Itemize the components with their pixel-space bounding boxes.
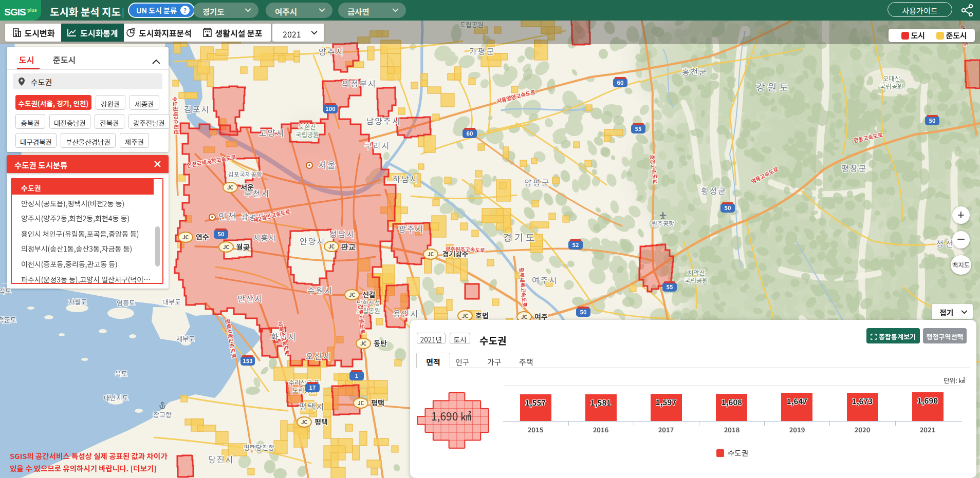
svg-text:JC: JC	[462, 312, 469, 319]
svg-text:국립공원: 국립공원	[295, 129, 319, 139]
svg-text:양평군: 양평군	[524, 176, 550, 188]
svg-text:적군도: 적군도	[0, 315, 16, 324]
svg-text:원주공항: 원주공항	[652, 219, 674, 227]
svg-text:55: 55	[667, 282, 673, 291]
svg-text:광주시: 광주시	[398, 222, 424, 235]
svg-text:평택시: 평택시	[299, 400, 325, 412]
svg-text:구리시: 구리시	[364, 139, 390, 151]
svg-text:국립공원: 국립공원	[880, 81, 903, 91]
svg-text:대부도: 대부도	[162, 297, 181, 307]
svg-text:1,690 ㎢: 1,690 ㎢	[431, 408, 471, 424]
svg-text:60: 60	[617, 78, 624, 86]
svg-text:JC: JC	[301, 418, 308, 426]
svg-text:JC: JC	[349, 291, 356, 298]
svg-text:50: 50	[725, 203, 731, 212]
svg-text:의정부시: 의정부시	[342, 77, 377, 89]
svg-text:JC: JC	[358, 399, 364, 407]
svg-text:용인시: 용인시	[393, 307, 419, 319]
svg-text:시흥시: 시흥시	[253, 232, 276, 243]
svg-text:JC: JC	[360, 339, 367, 347]
svg-text:50: 50	[929, 116, 936, 124]
svg-text:김포국제공항: 김포국제공항	[228, 169, 262, 178]
svg-text:강원도: 강원도	[756, 80, 790, 93]
svg-text:대난지도: 대난지도	[104, 393, 128, 403]
svg-text:성남시: 성남시	[329, 227, 355, 240]
svg-text:안산시: 안산시	[237, 292, 263, 304]
svg-text:52: 52	[572, 240, 579, 248]
svg-text:153: 153	[243, 356, 252, 365]
svg-text:자월도: 자월도	[68, 297, 87, 307]
svg-text:JC: JC	[521, 313, 528, 320]
svg-text:양주시: 양주시	[319, 45, 344, 58]
svg-text:홍천군: 홍천군	[682, 65, 708, 78]
svg-text:JC: JC	[227, 183, 234, 191]
svg-text:고양시: 고양시	[259, 126, 285, 139]
svg-text:100: 100	[325, 104, 335, 112]
svg-text:제부도: 제부도	[176, 334, 195, 343]
svg-text:55: 55	[635, 124, 642, 132]
svg-text:50: 50	[580, 308, 587, 316]
svg-text:평창군: 평창군	[841, 162, 867, 174]
svg-text:50: 50	[218, 230, 225, 238]
svg-text:서울: 서울	[318, 158, 336, 171]
svg-text:평택: 평택	[371, 397, 384, 408]
svg-text:서운: 서운	[241, 182, 254, 192]
svg-text:여주시: 여주시	[532, 274, 558, 286]
svg-text:남양주시: 남양주시	[366, 114, 401, 127]
svg-text:경기도: 경기도	[503, 230, 537, 244]
svg-text:영흥도: 영흥도	[117, 298, 135, 308]
svg-text:17: 17	[309, 383, 316, 391]
svg-text:JC: JC	[328, 242, 335, 250]
svg-text:광주원주고속도로: 광주원주고속도로	[445, 245, 485, 254]
svg-text:인천: 인천	[218, 209, 236, 222]
svg-text:JC: JC	[182, 233, 189, 241]
svg-text:평택: 평택	[315, 416, 328, 427]
svg-text:오산시: 오산시	[306, 350, 331, 362]
svg-text:수원시: 수원시	[307, 284, 333, 296]
svg-text:당진시: 당진시	[208, 453, 234, 465]
svg-text:신갈: 신갈	[362, 289, 376, 299]
svg-text:1: 1	[355, 371, 359, 379]
svg-text:판교: 판교	[341, 241, 356, 251]
svg-text:장고항: 장고항	[153, 410, 172, 419]
svg-text:하남시: 하남시	[393, 173, 418, 185]
svg-text:횡성군: 횡성군	[701, 184, 727, 197]
svg-text:평택당진항: 평택당진항	[244, 443, 274, 452]
svg-text:호법: 호법	[475, 310, 489, 320]
svg-text:국립공원: 국립공원	[685, 275, 708, 285]
svg-text:JC: JC	[223, 243, 230, 251]
svg-text:동탄: 동탄	[374, 338, 387, 348]
svg-text:월곶: 월곶	[236, 241, 250, 252]
svg-text:JC: JC	[428, 250, 434, 258]
svg-text:가평군: 가평군	[469, 45, 495, 57]
svg-text:육도: 육도	[115, 369, 127, 378]
svg-text:김포시: 김포시	[184, 103, 210, 115]
svg-text:60: 60	[467, 129, 473, 137]
svg-text:연수: 연수	[196, 232, 209, 242]
svg-text:안양시: 안양시	[300, 235, 325, 247]
